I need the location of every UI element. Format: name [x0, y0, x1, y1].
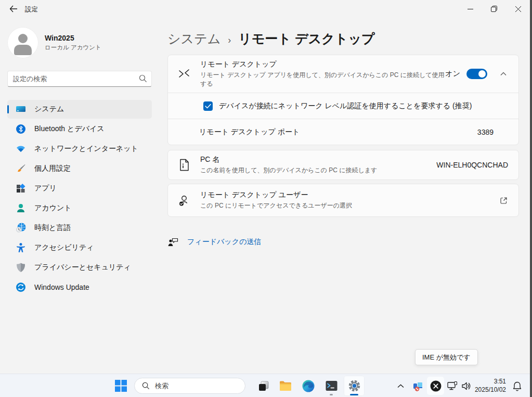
- minimize-button[interactable]: [458, 0, 482, 18]
- system-icon: [16, 104, 26, 114]
- breadcrumb-separator-icon: ›: [228, 35, 231, 46]
- sidebar-item-privacy-security[interactable]: プライバシーとセキュリティ: [7, 258, 152, 277]
- remote-desktop-description: リモート デスクトップ アプリを使用して、別のデバイスからこの PC に接続して…: [200, 71, 445, 88]
- sidebar: Win2025 ローカル アカウント システム Bluetooth とデバイス: [0, 18, 159, 374]
- minimize-icon: [468, 6, 473, 12]
- ime-status-tooltip: IME が無効です: [415, 349, 478, 365]
- restore-icon: [491, 6, 497, 12]
- sidebar-item-label: アクセシビリティ: [34, 243, 94, 252]
- nla-checkbox[interactable]: [203, 101, 213, 111]
- personalization-icon: [16, 163, 26, 174]
- remote-desktop-toggle[interactable]: [466, 69, 487, 79]
- settings-button[interactable]: [344, 376, 365, 396]
- user-account-type: ローカル アカウント: [45, 44, 101, 52]
- active-app-indicator: [350, 394, 358, 395]
- sidebar-item-network-internet[interactable]: ネットワークとインターネット: [7, 139, 152, 158]
- sidebar-item-label: Windows Update: [34, 283, 89, 291]
- nla-row: デバイスが接続にネットワーク レベル認証を使用することを要求する (推奨): [168, 93, 518, 119]
- toggle-knob: [478, 70, 486, 78]
- start-button[interactable]: [110, 376, 131, 396]
- screen-right-border: [530, 0, 532, 397]
- time-language-icon: [16, 223, 26, 233]
- titlebar: 設定: [0, 0, 530, 18]
- toggle-state-label: オン: [445, 69, 460, 79]
- external-link-button[interactable]: [497, 194, 510, 207]
- sidebar-item-label: Bluetooth とデバイス: [34, 124, 105, 134]
- feedback-label: フィードバックの送信: [187, 237, 261, 247]
- file-explorer-button[interactable]: [275, 376, 296, 396]
- notification-bell-icon: [512, 381, 522, 391]
- avatar: [7, 27, 38, 58]
- task-view-icon: [257, 380, 270, 392]
- accounts-icon: [16, 203, 26, 213]
- edge-browser-button[interactable]: [298, 376, 319, 396]
- clock-time: 3:51: [475, 377, 506, 386]
- sidebar-item-accessibility[interactable]: アクセシビリティ: [7, 238, 152, 257]
- pc-name-title: PC 名: [200, 155, 436, 164]
- window-controls: [458, 0, 530, 18]
- close-button[interactable]: [506, 0, 530, 18]
- settings-gear-icon: [347, 379, 361, 393]
- volume-tray-button[interactable]: [459, 377, 474, 395]
- clock-date: 2025/10/02: [475, 386, 506, 394]
- port-label: リモート デスクトップ ポート: [199, 127, 477, 137]
- restore-button[interactable]: [482, 0, 506, 18]
- notifications-button[interactable]: [509, 377, 525, 395]
- external-link-icon: [500, 197, 508, 204]
- back-button[interactable]: [5, 2, 22, 16]
- taskbar-search-icon: [142, 382, 150, 390]
- settings-search-input[interactable]: [7, 71, 152, 87]
- sidebar-item-windows-update[interactable]: Windows Update: [7, 278, 152, 297]
- settings-window: 設定 Win2025 ローカル アカウント: [0, 0, 532, 397]
- breadcrumb: システム › リモート デスクトップ: [167, 30, 375, 47]
- accessibility-icon: [16, 242, 26, 253]
- sidebar-item-apps[interactable]: アプリ: [7, 179, 152, 198]
- app-title: 設定: [25, 5, 38, 14]
- ime-mode-button[interactable]: [427, 377, 444, 395]
- main-content: システム › リモート デスクトップ リモート デスクトップ リモート デスクト…: [167, 18, 518, 374]
- terminal-icon: [325, 379, 338, 392]
- feedback-link[interactable]: フィードバックの送信: [167, 236, 261, 248]
- chevron-up-icon: [500, 72, 507, 76]
- bluetooth-icon: [16, 124, 26, 134]
- tray-device-status-button[interactable]: [410, 377, 426, 395]
- ime-status-text: IME が無効です: [422, 353, 471, 362]
- file-explorer-icon: [279, 379, 292, 393]
- speaker-icon: [461, 381, 472, 391]
- sidebar-item-label: アプリ: [34, 184, 57, 193]
- port-value: 3389: [477, 128, 518, 136]
- network-tray-button[interactable]: [445, 377, 460, 395]
- tray-overflow-button[interactable]: [393, 377, 408, 395]
- remote-desktop-users-title: リモート デスクトップ ユーザー: [200, 190, 497, 200]
- expander-collapse-button[interactable]: [497, 67, 510, 81]
- taskbar: 検索: [0, 374, 532, 397]
- network-ethernet-icon: [447, 381, 458, 391]
- remote-desktop-users-card[interactable]: リモート デスクトップ ユーザー この PC にリモートでアクセスできるユーザー…: [167, 184, 519, 217]
- apps-icon: [16, 183, 26, 194]
- terminal-button[interactable]: [321, 376, 342, 396]
- nla-label: デバイスが接続にネットワーク レベル認証を使用することを要求する (推奨): [219, 101, 472, 111]
- checkmark-icon: [205, 104, 211, 109]
- windows-logo-icon: [114, 379, 127, 392]
- remote-desktop-row[interactable]: リモート デスクトップ リモート デスクトップ アプリを使用して、別のデバイスか…: [168, 55, 518, 93]
- clock[interactable]: 3:51 2025/10/02: [475, 377, 506, 394]
- close-icon: [515, 6, 521, 12]
- chevron-up-icon: [397, 384, 404, 388]
- sidebar-item-personalization[interactable]: 個人用設定: [7, 159, 152, 178]
- edge-icon: [302, 379, 315, 393]
- sidebar-item-system[interactable]: システム: [7, 100, 152, 119]
- taskbar-search-box[interactable]: 検索: [134, 378, 245, 394]
- user-account-block[interactable]: Win2025 ローカル アカウント: [7, 27, 101, 58]
- task-view-button[interactable]: [253, 376, 274, 396]
- remote-desktop-title: リモート デスクトップ: [200, 60, 445, 69]
- back-arrow-icon: [9, 5, 18, 12]
- sidebar-item-accounts[interactable]: アカウント: [7, 199, 152, 217]
- taskbar-search-placeholder: 検索: [155, 381, 168, 391]
- sidebar-item-time-language[interactable]: 時刻と言語: [7, 219, 152, 237]
- sidebar-item-label: 時刻と言語: [34, 223, 71, 233]
- windows-update-icon: [16, 282, 26, 292]
- sidebar-item-label: アカウント: [34, 203, 72, 213]
- feedback-icon: [167, 236, 179, 248]
- breadcrumb-parent[interactable]: システム: [167, 30, 220, 47]
- sidebar-item-bluetooth-devices[interactable]: Bluetooth とデバイス: [7, 120, 152, 138]
